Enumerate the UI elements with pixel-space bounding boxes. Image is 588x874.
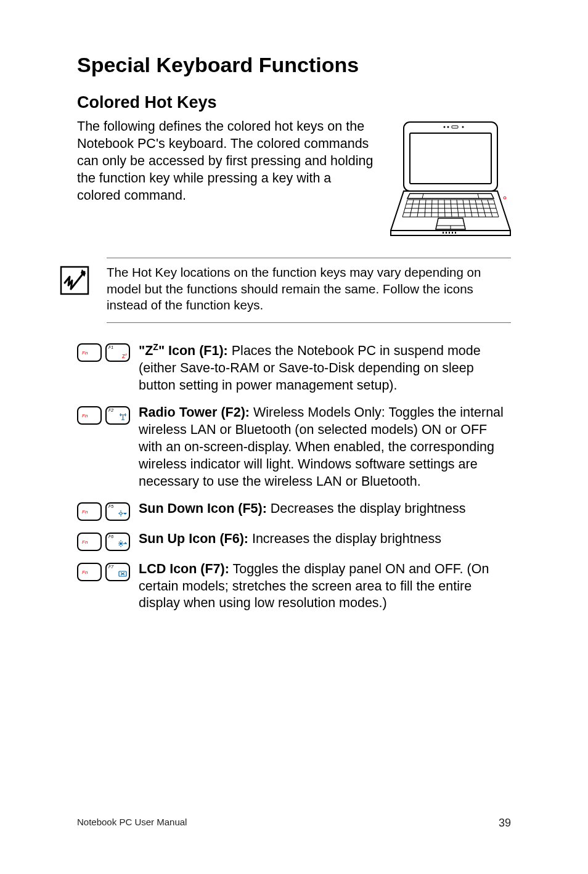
svg-rect-32 bbox=[446, 232, 447, 234]
hotkey-f6-text: Sun Up Icon (F6): Increases the display … bbox=[139, 531, 441, 548]
keycap-f7: F7 bbox=[105, 563, 130, 581]
keycap-fn: Fn bbox=[77, 406, 102, 425]
lcd-icon bbox=[118, 571, 127, 579]
note-text: The Hot Key locations on the function ke… bbox=[107, 264, 511, 314]
svg-point-3 bbox=[447, 126, 449, 128]
svg-rect-37 bbox=[61, 267, 88, 294]
svg-rect-33 bbox=[449, 232, 450, 234]
keycap-f2: F2 bbox=[105, 406, 130, 425]
keycap-fn: Fn bbox=[77, 343, 102, 362]
keycap-fn: Fn bbox=[77, 533, 102, 551]
svg-line-48 bbox=[119, 542, 120, 542]
svg-point-5 bbox=[462, 126, 464, 128]
note-icon bbox=[60, 266, 89, 295]
hotkey-f5-text: Sun Down Icon (F5): Decreases the displa… bbox=[139, 500, 465, 518]
hotkey-f7-text: LCD Icon (F7): Toggles the display panel… bbox=[139, 561, 511, 613]
svg-rect-1 bbox=[410, 133, 491, 184]
radio-tower-icon bbox=[119, 413, 127, 422]
svg-rect-34 bbox=[452, 232, 453, 234]
keycap-pair-f5: Fn F5 bbox=[77, 502, 130, 521]
sun-down-icon bbox=[118, 510, 127, 518]
svg-line-50 bbox=[119, 544, 120, 545]
laptop-illustration bbox=[390, 121, 511, 238]
keycap-f5: F5 bbox=[105, 502, 130, 521]
svg-point-38 bbox=[120, 512, 122, 515]
page-title: Special Keyboard Functions bbox=[77, 53, 511, 77]
footer-left: Notebook PC User Manual bbox=[77, 817, 187, 830]
keycap-pair-f2: Fn F2 bbox=[77, 406, 130, 425]
keycap-f6: F6 bbox=[105, 533, 130, 551]
keycap-fn: Fn bbox=[77, 502, 102, 521]
intro-paragraph: The following defines the colored hot ke… bbox=[77, 118, 378, 238]
svg-line-51 bbox=[122, 542, 123, 542]
svg-point-36 bbox=[504, 197, 506, 199]
svg-marker-7 bbox=[391, 231, 510, 235]
keycap-pair-f1: Fn F1 zz bbox=[77, 343, 130, 362]
svg-marker-6 bbox=[391, 191, 510, 231]
keycap-f1: F1 zz bbox=[105, 343, 130, 362]
suspend-icon: zz bbox=[122, 353, 127, 359]
hotkey-f2-text: Radio Tower (F2): Wireless Models Only: … bbox=[139, 404, 511, 491]
svg-point-2 bbox=[444, 126, 446, 128]
keycap-pair-f6: Fn F6 bbox=[77, 533, 130, 551]
svg-line-49 bbox=[122, 544, 123, 545]
svg-rect-31 bbox=[443, 232, 444, 234]
page-number: 39 bbox=[499, 817, 511, 830]
sun-up-icon bbox=[118, 540, 127, 549]
keycap-pair-f7: Fn F7 bbox=[77, 563, 130, 581]
hotkey-f1-text: "ZZ" Icon (F1): Places the Notebook PC i… bbox=[139, 341, 511, 394]
svg-rect-35 bbox=[455, 232, 456, 234]
svg-point-43 bbox=[120, 542, 122, 545]
section-heading: Colored Hot Keys bbox=[77, 93, 511, 112]
keycap-fn: Fn bbox=[77, 563, 102, 581]
